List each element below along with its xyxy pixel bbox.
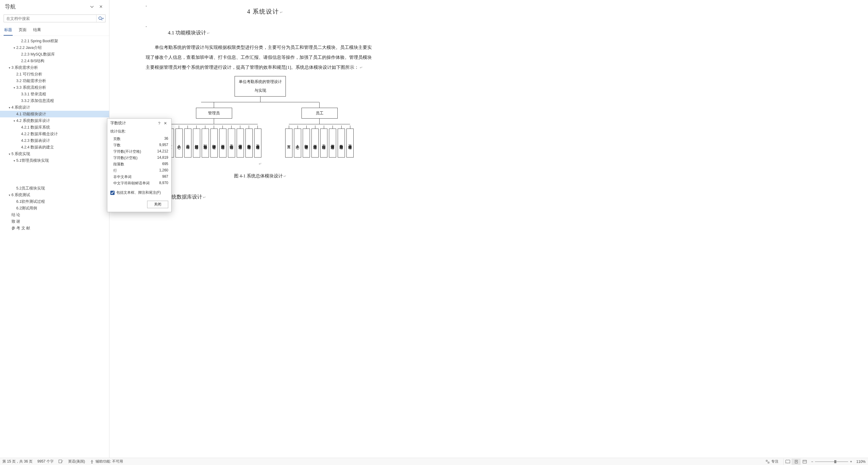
tree-item[interactable]: 2.2.4 B/S结构 xyxy=(0,58,109,64)
orgchart-leaf-node: 个人中心 xyxy=(176,128,183,157)
paragraph-mark-icon: • xyxy=(146,23,147,41)
document-canvas[interactable]: • 4 系统设计↵ • 4.1 功能模块设计↵ 单位考勤系统的管理设计与实现根据… xyxy=(110,0,868,458)
tree-item-label: 4.2.1 数据库系统 xyxy=(21,125,50,130)
tree-item-label: 结 论 xyxy=(11,212,20,217)
stat-label: 段落数 xyxy=(113,162,124,167)
tab-results[interactable]: 结果 xyxy=(33,25,41,36)
tree-item[interactable]: 4.2.3 数据表设计 xyxy=(0,137,109,144)
tree-caret-icon[interactable]: ▾ xyxy=(12,46,16,50)
tree-caret-icon[interactable]: ▾ xyxy=(12,86,16,89)
dialog-help-button[interactable]: ? xyxy=(156,121,162,125)
tab-pages[interactable]: 页面 xyxy=(18,25,27,36)
orgchart-leaf-node: 考勤信息管理 xyxy=(338,128,345,157)
web-layout-icon[interactable] xyxy=(800,459,809,465)
tree-item[interactable]: 4.1 功能模块设计 xyxy=(0,111,109,117)
tree-item[interactable]: 4.2.2 数据库概念设计 xyxy=(0,130,109,137)
tree-item[interactable]: 结 论 xyxy=(0,211,109,218)
status-word-count[interactable]: 9957 个字 xyxy=(37,459,54,464)
tree-caret-icon[interactable]: ▾ xyxy=(12,159,16,162)
return-mark-icon: ↵ xyxy=(207,31,210,35)
svg-rect-5 xyxy=(768,462,769,463)
focus-mode-button[interactable]: 专注 xyxy=(766,459,778,464)
tree-item-label: 3 系统需求分析 xyxy=(11,65,38,70)
tree-item[interactable]: 3.2 功能需求分析 xyxy=(0,78,109,84)
tree-item-label: 2.1 可行性分析 xyxy=(16,72,42,77)
status-language[interactable]: 英语(美国) xyxy=(68,459,85,464)
orgchart-leaf-node: 部门信息管理 xyxy=(193,128,200,157)
tree-item-label: 2.2.1 Spring Boot框架 xyxy=(21,39,58,44)
heading-1: 4 系统设计 xyxy=(247,8,279,15)
orgchart-leaf-node: 职位信息管理 xyxy=(202,128,209,157)
tree-item-label: 致 谢 xyxy=(11,219,20,224)
tree-item[interactable]: ▾4 系统设计 xyxy=(0,104,109,111)
stat-value: 987 xyxy=(162,174,168,179)
include-textboxes-checkbox[interactable]: 包括文本框、脚注和尾注(F) xyxy=(107,186,171,198)
tree-item[interactable]: 6.1软件测试过程 xyxy=(0,198,109,205)
read-mode-icon[interactable] xyxy=(783,459,792,465)
tree-item[interactable]: 致 谢 xyxy=(0,218,109,225)
stat-label: 页数 xyxy=(113,136,121,142)
nav-options-button[interactable] xyxy=(89,3,95,10)
search-input[interactable] xyxy=(4,16,96,21)
tree-item[interactable]: ▾5.1管理员模块实现 xyxy=(0,157,109,164)
tab-headings[interactable]: 标题 xyxy=(4,25,13,36)
tree-item[interactable]: 2.2.1 Spring Boot框架 xyxy=(0,38,109,45)
dialog-close-action-button[interactable]: 关闭 xyxy=(147,201,168,208)
svg-rect-9 xyxy=(803,460,806,463)
tree-item-label: 4 系统设计 xyxy=(11,105,30,110)
tree-item-label: 3.3.1 登录流程 xyxy=(21,92,46,97)
tree-caret-icon[interactable]: ▾ xyxy=(7,194,11,197)
nav-title: 导航 xyxy=(5,3,86,10)
status-spellcheck-icon[interactable] xyxy=(59,460,63,464)
tree-item[interactable]: ▾3.3 系统流程分析 xyxy=(0,84,109,91)
search-button[interactable]: ▾ xyxy=(96,15,105,22)
stat-row: 字数9,957 xyxy=(110,142,168,148)
stat-row: 行1,260 xyxy=(110,168,168,174)
status-accessibility[interactable]: 辅助功能: 不可用 xyxy=(90,459,123,464)
tree-item-label: 5.2员工模块实现 xyxy=(16,186,45,191)
zoom-out-button[interactable]: − xyxy=(811,460,813,464)
tree-item[interactable]: 3.3.1 登录流程 xyxy=(0,91,109,97)
stat-row: 中文字符和朝鲜语单词8,970 xyxy=(110,180,168,186)
tree-item[interactable]: 2.1 可行性分析 xyxy=(0,71,109,78)
orgchart-leaf-node: 工作汇报管理 xyxy=(320,128,328,157)
tree-item-label: 4.1 功能模块设计 xyxy=(16,112,46,117)
orgchart-leaf-node: 请假信息管理 xyxy=(237,128,244,157)
checkbox-input[interactable] xyxy=(110,191,115,195)
zoom-slider[interactable] xyxy=(815,461,848,462)
print-layout-icon[interactable] xyxy=(792,459,800,465)
navigation-pane: 导航 ✕ ▾ 标题 页面 结果 2.2.1 Spring Boot框架▾2.2.… xyxy=(0,0,110,458)
dialog-close-button[interactable]: ✕ xyxy=(162,121,168,125)
tree-item[interactable]: 3.3.2 添加信息流程 xyxy=(0,97,109,104)
tree-item[interactable]: 参 考 文 献 xyxy=(0,225,109,231)
heading-2: 4.1 功能模块设计 xyxy=(168,30,207,36)
status-page[interactable]: 第 15 页，共 36 页 xyxy=(2,459,33,464)
zoom-in-button[interactable]: + xyxy=(850,460,852,464)
tree-caret-icon[interactable]: ▾ xyxy=(12,119,16,122)
tree-caret-icon[interactable]: ▾ xyxy=(7,106,11,109)
tree-item-label: 2.2.4 B/S结构 xyxy=(21,59,44,64)
tree-item[interactable]: 2.2.3 MySQL数据库 xyxy=(0,51,109,58)
tree-item[interactable]: 4.2.4 数据表的建立 xyxy=(0,144,109,151)
nav-close-button[interactable]: ✕ xyxy=(98,3,104,10)
tree-item[interactable]: ▾3 系统需求分析 xyxy=(0,64,109,71)
tree-item[interactable]: ▾4.2 系统数据库设计 xyxy=(0,117,109,124)
tree-item-label: 6.1软件测试过程 xyxy=(16,199,45,204)
orgchart-leaf-node: 打卡信息管理 xyxy=(219,128,226,157)
svg-rect-2 xyxy=(59,460,62,463)
tree-caret-icon[interactable]: ▾ xyxy=(7,152,11,156)
tree-item[interactable]: ▾2.2.2 Java介绍 xyxy=(0,45,109,51)
stat-label: 行 xyxy=(113,168,117,173)
orgchart-leaf-node: 个人中心 xyxy=(294,128,301,157)
nav-search-box: ▾ xyxy=(4,14,105,22)
tree-item[interactable]: 4.2.1 数据库系统 xyxy=(0,124,109,130)
tree-item[interactable]: ▾6 系统测试 xyxy=(0,192,109,198)
tree-item[interactable]: 6.2测试用例 xyxy=(0,205,109,211)
word-count-dialog: 字数统计 ? ✕ 统计信息: 页数36字数9,957字符数(不计空格)14,21… xyxy=(107,118,172,212)
return-mark-icon: ↵ xyxy=(360,65,363,70)
tree-caret-icon[interactable]: ▾ xyxy=(7,66,11,69)
zoom-percent[interactable]: 110% xyxy=(856,460,866,464)
tree-item[interactable]: ▾5 系统实现 xyxy=(0,151,109,157)
tree-item[interactable]: 5.2员工模块实现 xyxy=(0,185,109,192)
svg-rect-4 xyxy=(766,460,767,461)
